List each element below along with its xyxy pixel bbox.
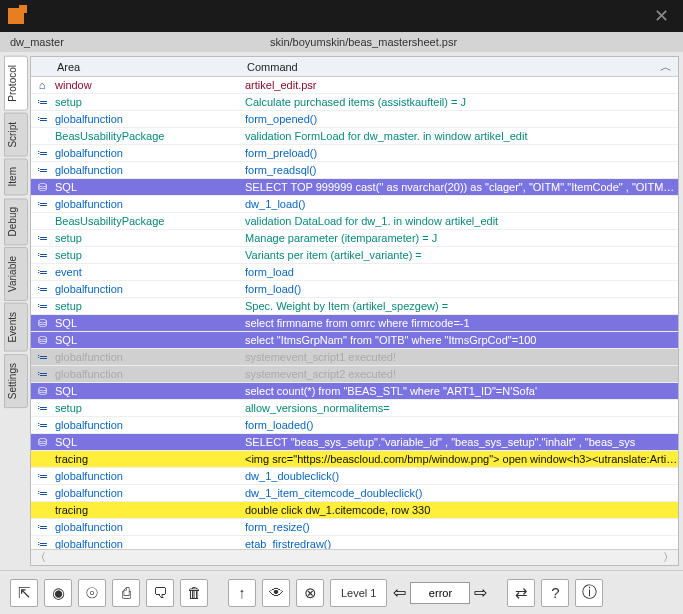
row-area: SQL — [53, 334, 243, 346]
comment-icon[interactable]: 🗨 — [146, 579, 174, 607]
row-command: form_loaded() — [243, 419, 678, 431]
table-row[interactable]: ≔globalfunctionform_preload() — [31, 145, 678, 162]
table-row[interactable]: ⛁SQL SELECT "beas_sys_setup"."variable_i… — [31, 434, 678, 451]
close-icon[interactable]: ✕ — [648, 5, 675, 27]
delete-icon[interactable]: 🗑 — [180, 579, 208, 607]
body: ProtocolScriptItemDebugVariableEventsSet… — [0, 52, 683, 570]
stop-icon[interactable]: ⦾ — [78, 579, 106, 607]
col-area-header[interactable]: Area — [53, 61, 243, 73]
row-command: allow_versions_normalitems= — [243, 402, 678, 414]
row-area: setup — [53, 96, 243, 108]
cancel-icon[interactable]: ⊗ — [296, 579, 324, 607]
subheader-path: skin/boyumskin/beas_mastersheet.psr — [270, 36, 673, 48]
row-area: globalfunction — [53, 368, 243, 380]
table-row[interactable]: ≔globalfunctiondw_1_item_citemcode_doubl… — [31, 485, 678, 502]
export-icon[interactable]: ⇱ — [10, 579, 38, 607]
table-row[interactable]: ⛁SQLSELECT TOP 999999 cast('' as nvarcha… — [31, 179, 678, 196]
help-icon[interactable]: ? — [541, 579, 569, 607]
record-icon[interactable]: ◉ — [44, 579, 72, 607]
table-row[interactable]: ≔globalfunctionsystemevent_script2 execu… — [31, 366, 678, 383]
eye-icon[interactable]: 👁 — [262, 579, 290, 607]
tab-settings[interactable]: Settings — [4, 354, 28, 408]
table-row[interactable]: ≔setupallow_versions_normalitems= — [31, 400, 678, 417]
up-arrow-icon[interactable]: ↑ — [228, 579, 256, 607]
error-field[interactable] — [410, 582, 470, 604]
row-command: Calculate purchased items (assistkauftei… — [243, 96, 678, 108]
print-icon[interactable]: ⎙ — [112, 579, 140, 607]
row-area: setup — [53, 249, 243, 261]
table-row[interactable]: ≔globalfunctiondw_1_doubleclick() — [31, 468, 678, 485]
tab-debug[interactable]: Debug — [4, 198, 28, 245]
row-icon: ≔ — [31, 300, 53, 313]
row-command: systemevent_script2 executed! — [243, 368, 678, 380]
table-row[interactable]: ⌂windowartikel_edit.psr — [31, 77, 678, 94]
row-icon: ≔ — [31, 470, 53, 483]
row-command: Variants per item (artikel_variante) = — [243, 249, 678, 261]
toolbar: ⇱ ◉ ⦾ ⎙ 🗨 🗑 ↑ 👁 ⊗ Level 1 ⇦ ⇨ ⇄ ? ⓘ — [0, 570, 683, 614]
tab-events[interactable]: Events — [4, 303, 28, 352]
row-area: BeasUsabilityPackage — [53, 215, 243, 227]
table-row[interactable]: ≔setupVariants per item (artikel_variant… — [31, 247, 678, 264]
row-icon: ≔ — [31, 402, 53, 415]
table-row[interactable]: tracing<img src="https://beascloud.com/b… — [31, 451, 678, 468]
row-command: form_load() — [243, 283, 678, 295]
row-command: form_opened() — [243, 113, 678, 125]
row-command: artikel_edit.psr — [243, 79, 678, 91]
level-button[interactable]: Level 1 — [330, 579, 387, 607]
row-area: setup — [53, 300, 243, 312]
row-icon: ≔ — [31, 113, 53, 126]
table-row[interactable]: ≔setupManage parameter (itemparameter) =… — [31, 230, 678, 247]
tab-variable[interactable]: Variable — [4, 247, 28, 301]
transfer-icon[interactable]: ⇄ — [507, 579, 535, 607]
table-row[interactable]: ≔globalfunctionform_readsql() — [31, 162, 678, 179]
table-row[interactable]: BeasUsabilityPackagevalidation DataLoad … — [31, 213, 678, 230]
titlebar: ✕ — [0, 0, 683, 32]
row-command: dw_1_load() — [243, 198, 678, 210]
table-row[interactable]: ⛁SQLselect firmname from omrc where firm… — [31, 315, 678, 332]
chevron-up-icon[interactable]: ︿ — [660, 59, 672, 76]
tab-protocol[interactable]: Protocol — [4, 56, 28, 111]
table-row[interactable]: ≔globalfunctionform_resize() — [31, 519, 678, 536]
row-icon: ≔ — [31, 232, 53, 245]
prev-error-icon[interactable]: ⇦ — [393, 583, 406, 602]
row-command: select count(*) from "BEAS_STL" where "A… — [243, 385, 678, 397]
table-row[interactable]: ≔globalfunctionform_loaded() — [31, 417, 678, 434]
info-icon[interactable]: ⓘ — [575, 579, 603, 607]
row-command: select "ItmsGrpNam" from "OITB" where "I… — [243, 334, 678, 346]
table-row[interactable]: BeasUsabilityPackagevalidation FormLoad … — [31, 128, 678, 145]
row-area: SQL — [53, 181, 243, 193]
table-row[interactable]: ≔setupCalculate purchased items (assistk… — [31, 94, 678, 111]
col-command-header[interactable]: Command — [243, 61, 678, 73]
row-command: dw_1_item_citemcode_doubleclick() — [243, 487, 678, 499]
row-icon: ≔ — [31, 538, 53, 550]
row-area: globalfunction — [53, 419, 243, 431]
row-icon: ≔ — [31, 351, 53, 364]
table-row[interactable]: ⛁SQLselect count(*) from "BEAS_STL" wher… — [31, 383, 678, 400]
table-row[interactable]: ⛁SQLselect "ItmsGrpNam" from "OITB" wher… — [31, 332, 678, 349]
horizontal-scrollbar[interactable]: 〈 〉 — [31, 549, 678, 565]
table-row[interactable]: ≔globalfunctionform_opened() — [31, 111, 678, 128]
table-row[interactable]: ≔globalfunctionform_load() — [31, 281, 678, 298]
row-area: globalfunction — [53, 147, 243, 159]
table-row[interactable]: ≔setupSpec. Weight by Item (artikel_spez… — [31, 298, 678, 315]
row-icon: ⛁ — [31, 317, 53, 330]
row-command: select firmname from omrc where firmcode… — [243, 317, 678, 329]
row-area: setup — [53, 402, 243, 414]
table-row[interactable]: ≔globalfunctionsystemevent_script1 execu… — [31, 349, 678, 366]
table-row[interactable]: tracingdouble click dw_1.citemcode, row … — [31, 502, 678, 519]
row-icon: ≔ — [31, 283, 53, 296]
table-row[interactable]: ≔eventform_load — [31, 264, 678, 281]
table-row[interactable]: ≔globalfunctiondw_1_load() — [31, 196, 678, 213]
next-error-icon[interactable]: ⇨ — [474, 583, 487, 602]
scroll-left-icon[interactable]: 〈 — [35, 550, 46, 565]
row-area: globalfunction — [53, 470, 243, 482]
window-root: ✕ dw_master skin/boyumskin/beas_mastersh… — [0, 0, 683, 614]
row-command: etab_firstredraw() — [243, 538, 678, 549]
row-command: form_preload() — [243, 147, 678, 159]
tab-script[interactable]: Script — [4, 113, 28, 157]
table-row[interactable]: ≔globalfunctionetab_firstredraw() — [31, 536, 678, 549]
grid-rows[interactable]: ⌂windowartikel_edit.psr≔setupCalculate p… — [31, 77, 678, 549]
row-command: validation DataLoad for dw_1. in window … — [243, 215, 678, 227]
tab-item[interactable]: Item — [4, 158, 28, 195]
scroll-right-icon[interactable]: 〉 — [663, 550, 674, 565]
